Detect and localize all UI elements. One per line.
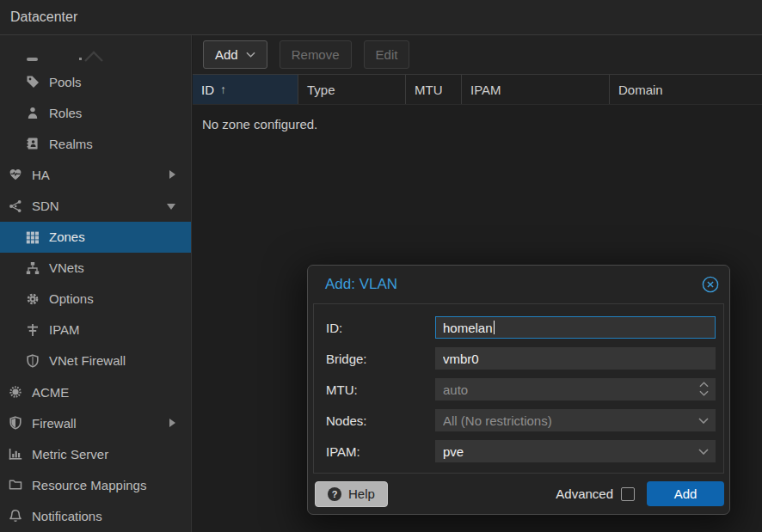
sidebar-item-roles[interactable]: Roles: [0, 97, 191, 128]
chevron-down-icon[interactable]: [698, 449, 709, 455]
heartbeat-icon: [9, 168, 22, 181]
field-row-id: ID: homelan: [326, 312, 716, 343]
sidebar-item-pools[interactable]: Pools: [0, 66, 191, 97]
dialog-title: Add: VLAN: [325, 276, 702, 293]
expand-right-icon[interactable]: [169, 170, 175, 179]
sidebar-item-vnets[interactable]: VNets: [0, 253, 191, 284]
id-field[interactable]: homelan: [435, 316, 716, 339]
sidebar-item-label: Firewall: [32, 416, 77, 431]
zones-grid-header: ID ↑ Type MTU IPAM Domain: [193, 74, 762, 105]
nodes-field-wrap: [435, 409, 716, 431]
folder-icon: [9, 478, 22, 492]
dialog-header[interactable]: Add: VLAN: [308, 266, 729, 303]
bridge-field-wrap: [435, 347, 716, 370]
sidebar-item-options[interactable]: Options: [0, 284, 191, 315]
field-row-bridge: Bridge:: [326, 343, 716, 374]
ipam-field-wrap: [435, 440, 716, 462]
column-label: Domain: [618, 83, 663, 97]
id-field-value: homelan: [443, 321, 493, 335]
user-icon: [26, 106, 40, 119]
address-book-icon: [26, 137, 40, 150]
sidebar-item-label: Zones: [49, 229, 85, 244]
sidebar-item-metric-server[interactable]: Metric Server: [0, 438, 191, 469]
sidebar-item-label: Notifications: [32, 509, 102, 523]
text-caret: [494, 321, 495, 334]
close-icon[interactable]: [702, 276, 719, 293]
sidebar-item-acme[interactable]: ACME: [0, 376, 191, 407]
sidebar-item-sdn[interactable]: SDN: [0, 190, 191, 221]
bridge-field-label: Bridge:: [326, 352, 435, 366]
column-header-id[interactable]: ID ↑: [193, 75, 298, 104]
field-row-ipam: IPAM:: [326, 436, 716, 467]
sidebar-item-label: Resource Mappings: [32, 478, 146, 492]
column-label: ID: [201, 83, 214, 97]
column-label: MTU: [415, 83, 443, 97]
expand-down-icon[interactable]: [167, 204, 175, 210]
sidebar-item-label: IPAM: [49, 322, 80, 337]
spinner-down-icon[interactable]: [699, 390, 709, 396]
bridge-field[interactable]: [435, 347, 716, 370]
column-header-ipam[interactable]: IPAM: [462, 75, 610, 104]
grid-icon: [26, 230, 40, 244]
sidebar-item-firewall[interactable]: Firewall: [0, 407, 191, 438]
add-button-label: Add: [215, 47, 238, 62]
sidebar-item-notifications[interactable]: Notifications: [0, 500, 191, 531]
spinner-up-icon[interactable]: [699, 382, 709, 388]
dialog-add-button[interactable]: Add: [647, 481, 724, 506]
bell-icon: [9, 509, 22, 523]
sidebar-item-ha[interactable]: HA: [0, 159, 191, 190]
page-title: Datacenter: [10, 9, 77, 25]
zones-toolbar: Add Remove Edit: [193, 35, 762, 74]
shield-icon: [9, 416, 22, 430]
sidebar-item-label: VNet Firewall: [49, 353, 126, 368]
sidebar-item-label: HA: [32, 168, 50, 182]
question-circle-icon: ?: [328, 487, 341, 501]
sidebar-item-label: ACME: [32, 385, 69, 400]
grid-empty-text: No zone configured.: [193, 105, 762, 131]
id-field-label: ID:: [326, 321, 435, 335]
expand-right-icon[interactable]: [169, 419, 175, 427]
tag-icon: [26, 75, 40, 89]
shield-icon: [26, 354, 40, 368]
field-row-nodes: Nodes:: [326, 405, 716, 436]
chevron-down-icon: [246, 52, 255, 58]
nodes-field-label: Nodes:: [326, 413, 435, 428]
mtu-field-label: MTU:: [326, 382, 435, 397]
sidebar-item-vnet-firewall[interactable]: VNet Firewall: [0, 345, 191, 376]
advanced-label: Advanced: [556, 486, 613, 501]
id-field-wrap: homelan: [435, 316, 716, 339]
sidebar-item-zones[interactable]: Zones: [0, 222, 191, 253]
advanced-checkbox[interactable]: [621, 487, 635, 501]
sidebar-nav: Pools Roles Realms HA SDN: [0, 35, 192, 532]
column-header-mtu[interactable]: MTU: [406, 75, 462, 104]
edit-button-label: Edit: [376, 47, 398, 62]
chevron-up-icon: [83, 50, 105, 64]
network-icon: [9, 199, 22, 213]
ipam-combo[interactable]: [435, 440, 716, 462]
sidebar-item-resource-mappings[interactable]: Resource Mappings: [0, 469, 191, 500]
mtu-field[interactable]: [435, 378, 716, 401]
sidebar-item-clipped[interactable]: [0, 35, 191, 66]
nodes-combo[interactable]: [435, 409, 716, 431]
sitemap-icon: [26, 261, 40, 275]
gear-icon: [26, 292, 40, 306]
column-header-type[interactable]: Type: [298, 75, 406, 104]
sidebar-item-label: Pools: [49, 75, 82, 89]
title-bar: Datacenter: [0, 0, 762, 35]
remove-button-label: Remove: [292, 47, 340, 62]
add-button[interactable]: Add: [203, 40, 267, 69]
help-button[interactable]: ? Help: [315, 481, 388, 507]
sidebar-item-ipam[interactable]: IPAM: [0, 315, 191, 345]
remove-button[interactable]: Remove: [280, 40, 352, 69]
sidebar-item-label: VNets: [49, 260, 84, 275]
ipam-field-label: IPAM:: [326, 444, 435, 459]
mtu-field-wrap: [435, 378, 716, 401]
sidebar-item-realms[interactable]: Realms: [0, 128, 191, 159]
column-label: IPAM: [470, 83, 501, 97]
chevron-down-icon[interactable]: [698, 418, 709, 424]
sort-asc-icon: ↑: [220, 83, 226, 96]
column-header-domain[interactable]: Domain: [610, 75, 762, 104]
edit-button[interactable]: Edit: [364, 40, 410, 69]
dialog-body: ID: homelan Bridge: MTU:: [313, 303, 724, 474]
sidebar-item-label: Options: [49, 291, 94, 306]
